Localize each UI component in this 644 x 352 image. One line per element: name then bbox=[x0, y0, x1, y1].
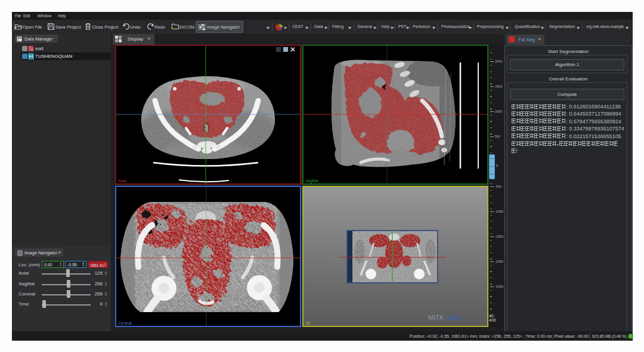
svg-text:Axial: Axial bbox=[118, 179, 127, 183]
svg-text:Coronal: Coronal bbox=[118, 321, 132, 325]
svg-text:MITK: MITK bbox=[428, 314, 444, 321]
svg-text:3D: 3D bbox=[305, 321, 311, 325]
svg-text:dkfz.: dkfz. bbox=[447, 314, 463, 321]
svg-text:Sagittal: Sagittal bbox=[305, 179, 318, 183]
